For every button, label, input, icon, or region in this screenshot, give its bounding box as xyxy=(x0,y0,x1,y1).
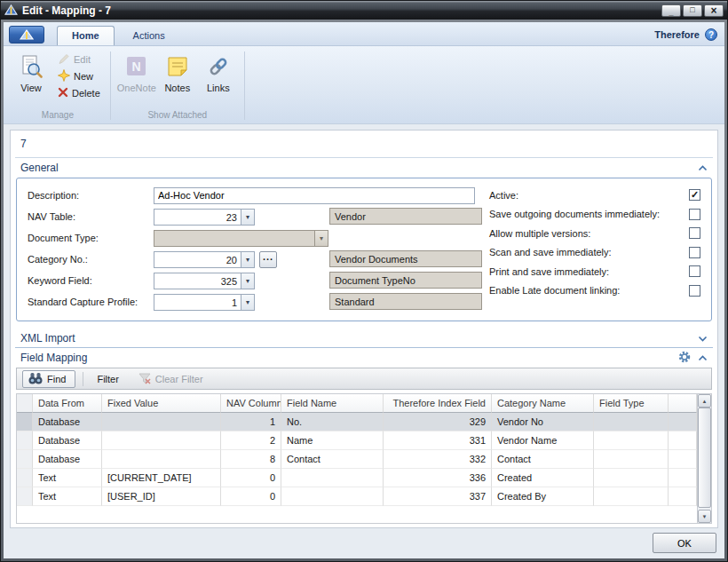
allow-multiple-versions-checkbox[interactable] xyxy=(689,227,700,239)
cell-field-type[interactable] xyxy=(594,431,669,450)
document-type-dropdown[interactable]: ▾ xyxy=(154,230,328,247)
help-icon[interactable]: ? xyxy=(705,28,717,41)
cell-field-name[interactable]: Name xyxy=(281,431,384,450)
cell-field-type[interactable] xyxy=(594,450,669,469)
category-no-input[interactable]: 20 ▾ xyxy=(154,251,255,268)
ribbon-group-manage: View Edit xyxy=(7,49,108,123)
row-selector[interactable] xyxy=(17,487,33,506)
active-checkbox[interactable]: ✓ xyxy=(689,189,700,201)
close-button[interactable]: × xyxy=(704,4,724,17)
cell-therefore-index-field[interactable]: 336 xyxy=(384,469,492,487)
scrollbar-thumb[interactable] xyxy=(698,408,711,508)
category-lookup-button[interactable]: ... xyxy=(259,251,277,268)
cell-field-name[interactable] xyxy=(281,469,384,487)
chevron-up-icon[interactable] xyxy=(698,352,708,363)
cell-data-from[interactable]: Database xyxy=(33,431,102,450)
cell-fixed-value[interactable] xyxy=(102,450,221,469)
cell-therefore-index-field[interactable]: 332 xyxy=(384,450,492,469)
title-bar[interactable]: Edit - Mapping - 7 _ □ × xyxy=(1,1,727,20)
table-row[interactable]: Database 8 Contact 332 Contact xyxy=(17,450,697,469)
column-header[interactable]: Category Name xyxy=(492,394,594,413)
row-selector[interactable] xyxy=(17,431,33,450)
standard-capture-profile-input[interactable]: 1 ▾ xyxy=(154,294,255,311)
ribbon-group-show-attached: N OneNote Notes xyxy=(113,49,242,123)
row-selector[interactable] xyxy=(17,469,33,487)
table-row[interactable]: Database 1 No. 329 Vendor No xyxy=(17,413,697,431)
scroll-down-icon[interactable]: ▼ xyxy=(698,510,711,523)
vertical-scrollbar[interactable]: ▲ ▼ xyxy=(697,394,711,523)
column-header[interactable]: Field Type xyxy=(594,394,669,413)
cell-fixed-value[interactable] xyxy=(102,413,221,431)
cell-data-from[interactable]: Text xyxy=(33,487,102,506)
svg-text:N: N xyxy=(131,59,140,74)
cell-fixed-value[interactable]: [USER_ID] xyxy=(102,487,221,506)
maximize-button[interactable]: □ xyxy=(683,4,702,17)
view-button[interactable]: View xyxy=(11,51,51,97)
column-header[interactable]: Therefore Index Field xyxy=(384,394,492,413)
chevron-up-icon[interactable] xyxy=(698,162,708,173)
cell-category-name[interactable]: Vendor Name xyxy=(492,431,594,450)
dropdown-arrow-icon[interactable]: ▾ xyxy=(241,252,254,267)
column-header[interactable]: Field Name xyxy=(281,394,384,413)
cell-nav-column[interactable]: 1 xyxy=(221,413,281,431)
cell-field-type[interactable] xyxy=(594,413,669,431)
notes-button[interactable]: Notes xyxy=(157,51,198,97)
cell-therefore-index-field[interactable]: 329 xyxy=(384,413,492,431)
chevron-down-icon[interactable] xyxy=(698,333,708,344)
cell-field-name[interactable]: Contact xyxy=(281,450,384,469)
cell-field-name[interactable]: No. xyxy=(281,413,384,431)
nav-table-input[interactable]: 23 ▾ xyxy=(154,209,255,226)
field-mapping-section-header[interactable]: Field Mapping xyxy=(15,348,713,368)
dropdown-arrow-icon[interactable]: ▾ xyxy=(314,231,328,246)
ok-button[interactable]: OK xyxy=(653,533,716,553)
dropdown-arrow-icon[interactable]: ▾ xyxy=(241,273,254,289)
keyword-field-input[interactable]: 325 ▾ xyxy=(154,273,255,289)
filter-button[interactable]: Filter xyxy=(91,370,128,388)
links-button[interactable]: Links xyxy=(198,51,239,97)
general-section-header[interactable]: General xyxy=(15,157,713,177)
column-header[interactable]: Fixed Value xyxy=(102,394,221,413)
tab-actions[interactable]: Actions xyxy=(118,26,180,45)
xml-import-section-header[interactable]: XML Import xyxy=(15,328,713,348)
late-document-linking-checkbox[interactable] xyxy=(689,285,700,297)
application-menu-button[interactable] xyxy=(9,26,44,44)
save-outgoing-checkbox[interactable] xyxy=(689,209,700,220)
tab-home[interactable]: Home xyxy=(57,26,115,45)
dropdown-arrow-icon[interactable]: ▾ xyxy=(241,210,254,225)
table-row[interactable]: Text [USER_ID] 0 337 Created By xyxy=(17,487,697,506)
cell-category-name[interactable]: Vendor No xyxy=(492,413,594,431)
print-and-save-checkbox[interactable] xyxy=(689,265,700,277)
cell-fixed-value[interactable]: [CURRENT_DATE] xyxy=(102,469,221,487)
cell-data-from[interactable]: Database xyxy=(33,450,102,469)
new-button[interactable]: New xyxy=(53,67,105,84)
cell-therefore-index-field[interactable]: 331 xyxy=(384,431,492,450)
column-header[interactable]: NAV Column xyxy=(221,394,281,413)
cell-data-from[interactable]: Text xyxy=(33,469,102,487)
cell-field-type[interactable] xyxy=(594,487,669,506)
dropdown-arrow-icon[interactable]: ▾ xyxy=(241,295,254,310)
row-selector[interactable] xyxy=(17,450,33,469)
cell-nav-column[interactable]: 2 xyxy=(221,431,281,450)
cell-nav-column[interactable]: 0 xyxy=(221,487,281,506)
gear-icon[interactable] xyxy=(678,351,691,365)
cell-fixed-value[interactable] xyxy=(102,431,221,450)
minimize-button[interactable]: _ xyxy=(661,4,681,17)
cell-data-from[interactable]: Database xyxy=(33,413,102,431)
cell-therefore-index-field[interactable]: 337 xyxy=(384,487,492,506)
find-button[interactable]: Find xyxy=(22,370,75,388)
cell-category-name[interactable]: Contact xyxy=(492,450,594,469)
scan-and-save-checkbox[interactable] xyxy=(689,247,700,258)
description-input[interactable] xyxy=(154,187,475,204)
cell-field-type[interactable] xyxy=(594,469,669,487)
column-header[interactable]: Data From xyxy=(33,394,102,413)
cell-category-name[interactable]: Created By xyxy=(492,487,594,506)
cell-field-name[interactable] xyxy=(281,487,384,506)
row-selector[interactable] xyxy=(17,413,33,431)
scroll-up-icon[interactable]: ▲ xyxy=(698,394,711,408)
table-row[interactable]: Text [CURRENT_DATE] 0 336 Created xyxy=(17,469,697,487)
cell-nav-column[interactable]: 8 xyxy=(221,450,281,469)
table-row[interactable]: Database 2 Name 331 Vendor Name xyxy=(17,431,697,450)
cell-category-name[interactable]: Created xyxy=(492,469,594,487)
delete-button[interactable]: Delete xyxy=(53,84,105,101)
cell-nav-column[interactable]: 0 xyxy=(221,469,281,487)
